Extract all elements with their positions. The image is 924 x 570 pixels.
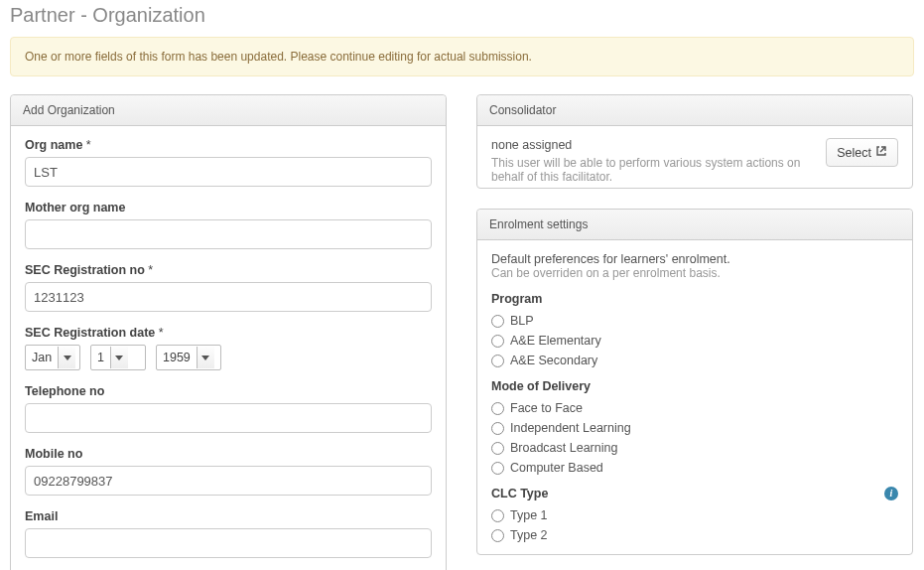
svg-marker-2 <box>201 356 209 360</box>
mode-radio-broadcast-learning[interactable]: Broadcast Learning <box>491 441 898 455</box>
org-name-label: Org name * <box>25 138 432 152</box>
program-radio-ae-elementary[interactable]: A&E Elementary <box>491 334 898 348</box>
clc-radio-type-1[interactable]: Type 1 <box>491 508 898 522</box>
program-radio-blp[interactable]: BLP <box>491 314 898 328</box>
enrolment-intro-subtext: Can be overriden on a per enrolment basi… <box>491 266 898 280</box>
email-label: Email <box>25 509 432 523</box>
radio-icon <box>491 462 504 475</box>
enrolment-heading: Enrolment settings <box>477 210 912 240</box>
enrolment-settings-panel: Enrolment settings Default preferences f… <box>476 209 913 555</box>
radio-icon <box>491 402 504 415</box>
radio-icon <box>491 355 504 367</box>
add-organization-heading: Add Organization <box>11 95 446 126</box>
radio-icon <box>491 529 504 542</box>
radio-icon <box>491 315 504 328</box>
consolidator-panel: Consolidator Select none assigned This u… <box>476 94 913 189</box>
mother-org-label: Mother org name <box>25 201 432 214</box>
sec-reg-date-month-select[interactable]: Jan <box>25 345 80 370</box>
enrolment-intro-text: Default preferences for learners' enrolm… <box>491 252 898 266</box>
chevron-down-icon <box>197 347 214 368</box>
sec-reg-date-year-select[interactable]: 1959 <box>156 345 221 370</box>
mother-org-input[interactable] <box>25 219 432 249</box>
program-label: Program <box>491 292 898 306</box>
svg-marker-0 <box>64 356 71 360</box>
external-link-icon <box>875 145 887 160</box>
add-organization-panel: Add Organization Org name * Mother org n… <box>10 94 447 570</box>
chevron-down-icon <box>58 347 75 368</box>
mobile-label: Mobile no <box>25 447 432 461</box>
form-updated-alert: One or more fields of this form has been… <box>10 37 914 76</box>
mode-radio-face-to-face[interactable]: Face to Face <box>491 401 898 415</box>
chevron-down-icon <box>110 347 128 368</box>
telephone-input[interactable] <box>25 403 432 433</box>
radio-icon <box>491 335 504 348</box>
sec-reg-no-input[interactable] <box>25 282 432 312</box>
mobile-input[interactable] <box>25 466 432 496</box>
radio-icon <box>491 442 504 455</box>
email-input[interactable] <box>25 528 432 558</box>
radio-icon <box>491 509 504 522</box>
clc-type-label: CLC Type i <box>491 487 898 500</box>
page-title: Partner - Organization <box>10 4 914 27</box>
info-icon[interactable]: i <box>884 487 898 500</box>
consolidator-heading: Consolidator <box>477 95 912 126</box>
sec-reg-no-label: SEC Registration no * <box>25 263 432 277</box>
sec-reg-date-day-select[interactable]: 1 <box>90 345 146 370</box>
sec-reg-date-label: SEC Registration date * <box>25 326 432 340</box>
select-consolidator-button[interactable]: Select <box>826 138 898 167</box>
program-radio-ae-secondary[interactable]: A&E Secondary <box>491 354 898 367</box>
consolidator-help-text: This user will be able to perform variou… <box>491 156 809 184</box>
mode-of-delivery-label: Mode of Delivery <box>491 379 898 393</box>
mode-radio-independent-learning[interactable]: Independent Learning <box>491 421 898 435</box>
clc-radio-type-2[interactable]: Type 2 <box>491 528 898 542</box>
telephone-label: Telephone no <box>25 384 432 398</box>
radio-icon <box>491 422 504 435</box>
org-name-input[interactable] <box>25 157 432 187</box>
svg-marker-1 <box>115 356 123 360</box>
mode-radio-computer-based[interactable]: Computer Based <box>491 461 898 475</box>
